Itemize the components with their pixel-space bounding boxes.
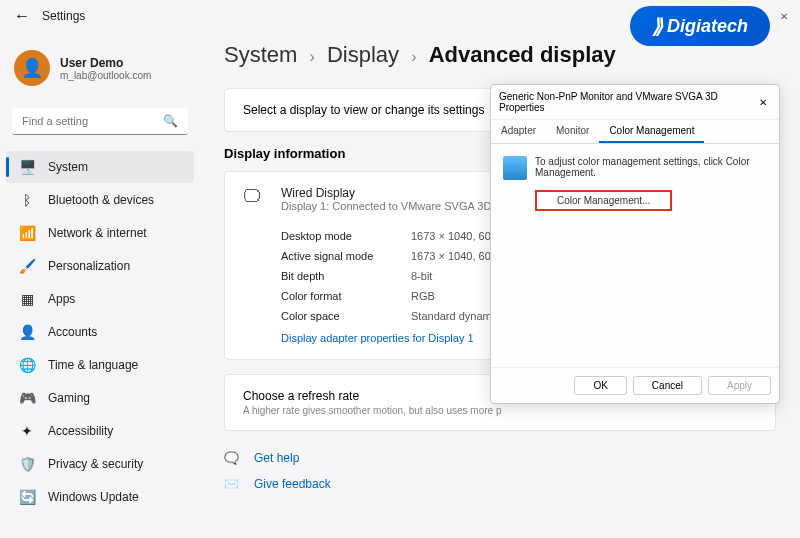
chevron-right-icon: ›	[411, 48, 416, 65]
color-management-icon	[503, 156, 527, 180]
chevron-right-icon: ›	[309, 48, 314, 65]
sidebar-item-personalization[interactable]: 🖌️Personalization	[6, 250, 194, 282]
sidebar-item-apps[interactable]: ▦Apps	[6, 283, 194, 315]
user-email: m_lab@outlook.com	[60, 70, 151, 81]
feedback-icon: ✉️	[224, 477, 244, 491]
nav-label: System	[48, 160, 88, 174]
nav-label: Accounts	[48, 325, 97, 339]
dialog-tab-adapter[interactable]: Adapter	[491, 120, 546, 143]
nav-icon: ✦	[18, 422, 36, 440]
breadcrumb-current: Advanced display	[429, 42, 616, 67]
nav-label: Gaming	[48, 391, 90, 405]
nav-label: Apps	[48, 292, 75, 306]
sidebar-item-time-language[interactable]: 🌐Time & language	[6, 349, 194, 381]
color-management-button[interactable]: Color Management...	[535, 190, 672, 211]
nav-icon: 👤	[18, 323, 36, 341]
nav-label: Personalization	[48, 259, 130, 273]
brand-logo: ⟫ Digiatech	[630, 6, 770, 46]
logo-icon: ⟫	[652, 14, 663, 38]
close-button[interactable]: ✕	[780, 11, 788, 22]
sidebar-item-accessibility[interactable]: ✦Accessibility	[6, 415, 194, 447]
dialog-text: To adjust color management settings, cli…	[535, 156, 767, 178]
nav-label: Network & internet	[48, 226, 147, 240]
nav-icon: 🔄	[18, 488, 36, 506]
dialog-title: Generic Non-PnP Monitor and VMware SVGA …	[499, 91, 755, 113]
sidebar-item-system[interactable]: 🖥️System	[6, 151, 194, 183]
nav-label: Privacy & security	[48, 457, 143, 471]
apply-button[interactable]: Apply	[708, 376, 771, 395]
help-icon: 🗨️	[224, 451, 244, 465]
sidebar-item-windows-update[interactable]: 🔄Windows Update	[6, 481, 194, 513]
nav-icon: ▦	[18, 290, 36, 308]
nav-icon: 🌐	[18, 356, 36, 374]
sidebar-item-gaming[interactable]: 🎮Gaming	[6, 382, 194, 414]
cancel-button[interactable]: Cancel	[633, 376, 702, 395]
avatar: 👤	[14, 50, 50, 86]
nav-icon: 🖌️	[18, 257, 36, 275]
window-title: Settings	[42, 9, 85, 23]
give-feedback-link[interactable]: ✉️ Give feedback	[224, 471, 776, 497]
display-name: Wired Display	[281, 186, 491, 200]
adapter-properties-link[interactable]: Display adapter properties for Display 1	[281, 332, 474, 344]
ok-button[interactable]: OK	[574, 376, 626, 395]
dialog-close-button[interactable]: ✕	[755, 97, 771, 108]
user-name: User Demo	[60, 56, 151, 70]
sidebar-item-privacy-security[interactable]: 🛡️Privacy & security	[6, 448, 194, 480]
sidebar-item-accounts[interactable]: 👤Accounts	[6, 316, 194, 348]
monitor-icon: 🖵	[243, 186, 267, 212]
nav-label: Windows Update	[48, 490, 139, 504]
dialog-tab-color-management[interactable]: Color Management	[599, 120, 704, 143]
search-box[interactable]: 🔍	[12, 108, 188, 135]
sidebar-item-bluetooth-devices[interactable]: ᛒBluetooth & devices	[6, 184, 194, 216]
nav-label: Time & language	[48, 358, 138, 372]
breadcrumb-display[interactable]: Display	[327, 42, 399, 67]
nav-label: Accessibility	[48, 424, 113, 438]
display-sub: Display 1: Connected to VMware SVGA 3D	[281, 200, 491, 212]
back-button[interactable]: ←	[12, 6, 32, 26]
sidebar-item-network-internet[interactable]: 📶Network & internet	[6, 217, 194, 249]
user-profile[interactable]: 👤 User Demo m_lab@outlook.com	[6, 42, 194, 94]
nav-icon: 📶	[18, 224, 36, 242]
get-help-link[interactable]: 🗨️ Get help	[224, 445, 776, 471]
search-input[interactable]	[22, 115, 163, 127]
nav-icon: 🖥️	[18, 158, 36, 176]
nav-label: Bluetooth & devices	[48, 193, 154, 207]
breadcrumb-system[interactable]: System	[224, 42, 297, 67]
search-icon: 🔍	[163, 114, 178, 128]
nav-icon: ᛒ	[18, 191, 36, 209]
nav-icon: 🎮	[18, 389, 36, 407]
nav-icon: 🛡️	[18, 455, 36, 473]
dialog-tab-monitor[interactable]: Monitor	[546, 120, 599, 143]
properties-dialog: Generic Non-PnP Monitor and VMware SVGA …	[490, 84, 780, 404]
